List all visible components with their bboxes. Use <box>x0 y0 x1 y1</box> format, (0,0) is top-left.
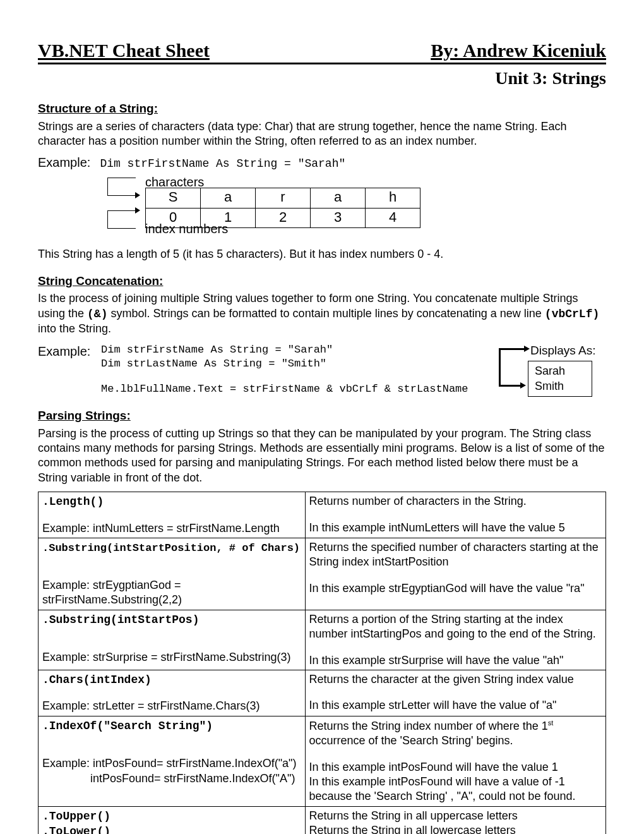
concat-example: Example: Dim strFirstName As String = "S… <box>38 343 606 397</box>
index-label: index numbers <box>145 221 228 237</box>
code-line: Dim strFirstName As String = "Sarah" <box>101 343 511 357</box>
char-cell: h <box>366 188 420 208</box>
method-signature: .IndexOf("Search String") <box>42 720 213 732</box>
method-signature: .ToUpper() <box>42 810 110 823</box>
method-desc: Returns the String in all lowercase lett… <box>309 824 516 834</box>
concat-intro: Is the process of joining multiple Strin… <box>38 291 606 336</box>
title-row: VB.NET Cheat Sheet By: Andrew Kiceniuk <box>38 38 606 64</box>
method-signature: .ToLower() <box>42 825 110 834</box>
method-example: Example: intPosFound= strFirstName.Index… <box>42 757 296 770</box>
char-cell: a <box>201 188 256 208</box>
method-cell: .Chars(intIndex) Example: strLetter = st… <box>39 670 306 716</box>
arrowhead-bottom-icon <box>135 207 140 214</box>
table-row: .Chars(intIndex) Example: strLetter = st… <box>39 670 606 716</box>
table-row: .IndexOf("Search String") Example: intPo… <box>39 716 606 806</box>
method-signature: .Length() <box>42 495 104 508</box>
table-row: .ToUpper() .ToLower() Returns the String… <box>39 806 606 834</box>
table-row: .Substring(intStartPos) Example: strSurp… <box>39 610 606 670</box>
title-right: By: Andrew Kiceniuk <box>431 38 606 63</box>
char-cell: S <box>146 188 201 208</box>
length-note: This String has a length of 5 (it has 5 … <box>38 247 606 262</box>
method-desc-cell: Returns the specified number of characte… <box>305 538 605 610</box>
method-signature: .Substring(intStartPos) <box>42 613 199 626</box>
method-desc-b: occurrence of the 'Search String' begins… <box>309 734 513 747</box>
method-desc-a: Returns the String index number of where… <box>309 720 548 732</box>
arrow-shape-top <box>107 178 136 196</box>
char-cell: r <box>256 188 311 208</box>
method-cell: .Substring(intStartPosition, # of Chars)… <box>39 538 306 610</box>
method-desc: Returns the specified number of characte… <box>309 541 599 568</box>
table-row: .Substring(intStartPosition, # of Chars)… <box>39 538 606 610</box>
code-line: Dim strLastName As String = "Smith" <box>101 357 511 371</box>
section-heading-structure: Structure of a String: <box>38 101 606 117</box>
displays-area: Displays As: Sarah Smith <box>511 343 606 397</box>
method-result: In this example strSurprise will have th… <box>309 654 564 667</box>
example-label: Example: <box>38 155 90 169</box>
method-result: In this example intNumLetters will have … <box>309 521 565 534</box>
concat-intro-b: symbol. Strings can be formatted to cont… <box>110 307 544 320</box>
arrow-line <box>499 348 524 350</box>
superscript: st <box>548 719 554 727</box>
method-desc-cell: Returns a portion of the String starting… <box>305 610 605 670</box>
structure-example: Example: Dim strFirstName As String = "S… <box>38 154 606 171</box>
method-example: intPosFound= strFirstName.IndexOf("A") <box>42 771 295 786</box>
crlf-symbol: (vbCrLf) <box>545 308 599 320</box>
index-cell: 2 <box>256 208 311 228</box>
arrowhead-top-icon <box>135 192 140 198</box>
method-desc-cell: Returns the String in all uppercase lett… <box>305 806 605 834</box>
arrowhead-right-icon <box>524 346 530 352</box>
parsing-intro: Parsing is the process of cutting up Str… <box>38 426 606 486</box>
method-result: In this example intPosFound will have a … <box>309 775 576 802</box>
method-signature: .Chars(intIndex) <box>42 674 152 686</box>
amp-symbol: (&) <box>87 308 107 320</box>
char-row: S a r a h <box>146 188 420 208</box>
method-signature: .Substring(intStartPosition, # of Chars) <box>42 542 300 554</box>
arrow-elbow-icon <box>499 348 501 386</box>
index-cell: 3 <box>311 208 366 228</box>
method-desc-cell: Returns number of characters in the Stri… <box>305 492 605 538</box>
method-result: In this example intPosFound will have th… <box>309 761 558 773</box>
arrow-shape-top-b <box>107 195 136 196</box>
method-example: Example: strEygptianGod = strFirstName.S… <box>42 579 182 606</box>
method-cell: .Length() Example: intNumLetters = strFi… <box>39 492 306 538</box>
arrow-shape-bottom <box>107 210 136 229</box>
method-desc: Returns a portion of the String starting… <box>309 613 596 640</box>
concat-code: Dim strFirstName As String = "Sarah" Dim… <box>95 343 511 396</box>
method-cell: .IndexOf("Search String") Example: intPo… <box>39 716 306 806</box>
concat-intro-c: into the String. <box>38 322 111 335</box>
method-example: Example: strSurprise = strFirstName.Subs… <box>42 651 291 663</box>
code-line: Me.lblFullName.Text = strFirstName & vbC… <box>101 382 511 396</box>
displays-line: Sarah <box>535 364 585 378</box>
method-example: Example: strLetter = strFirstName.Chars(… <box>42 699 260 712</box>
title-left: VB.NET Cheat Sheet <box>38 38 210 63</box>
index-cell: 4 <box>366 208 420 228</box>
arrow-shape-bottom-t <box>107 210 136 211</box>
methods-table: .Length() Example: intNumLetters = strFi… <box>38 492 606 834</box>
method-desc-cell: Returns the character at the given Strin… <box>305 670 605 716</box>
arrow-line <box>499 385 522 387</box>
displays-line: Smith <box>535 379 585 394</box>
method-result: In this example strLetter will have the … <box>309 699 557 711</box>
section-heading-parsing: Parsing Strings: <box>38 408 606 424</box>
displays-label: Displays As: <box>530 343 606 359</box>
structure-example-code: Dim strFirstName As String = "Sarah" <box>100 157 345 170</box>
section-heading-concat: String Concatenation: <box>38 274 606 289</box>
arrowhead-right-icon <box>520 382 526 389</box>
method-desc: Returns the character at the given Strin… <box>309 673 574 686</box>
method-example: Example: intNumLetters = strFirstName.Le… <box>42 522 280 535</box>
structure-intro: Strings are a series of characters (data… <box>38 119 606 149</box>
char-index-diagram: characters S a r a h 0 1 2 3 4 index num… <box>76 178 606 238</box>
method-desc: Returns number of characters in the Stri… <box>309 495 527 507</box>
example-label: Example: <box>38 343 95 360</box>
unit-title: Unit 3: Strings <box>38 67 606 90</box>
displays-box: Sarah Smith <box>528 361 592 397</box>
table-row: .Length() Example: intNumLetters = strFi… <box>39 492 606 538</box>
method-desc: Returns the String in all uppercase lett… <box>309 809 518 822</box>
char-cell: a <box>311 188 366 208</box>
method-result: In this example strEgyptianGod will have… <box>309 582 585 595</box>
method-cell: .Substring(intStartPos) Example: strSurp… <box>39 610 306 670</box>
method-desc-cell: Returns the String index number of where… <box>305 716 605 806</box>
method-cell: .ToUpper() .ToLower() <box>39 806 306 834</box>
